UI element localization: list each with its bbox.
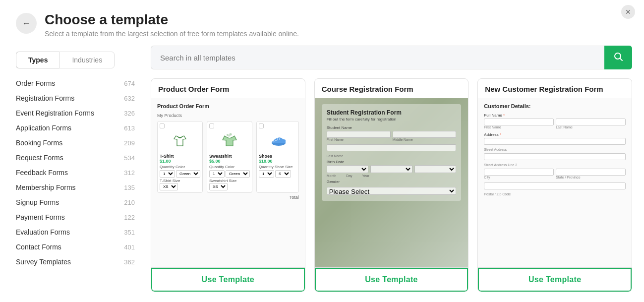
search-input[interactable]	[151, 46, 604, 69]
svg-point-2	[227, 134, 229, 136]
birth-day-select[interactable]	[370, 165, 412, 173]
tab-industries[interactable]: Industries	[59, 52, 115, 68]
template-card-customer-registration: New Customer Registration Form Customer …	[477, 78, 632, 292]
sidebar-item-booking-forms[interactable]: Booking Forms 209	[16, 136, 139, 150]
sidebar-item-payment-forms[interactable]: Payment Forms 122	[16, 210, 139, 224]
sidebar: Types Industries Order Forms 674 Registr…	[0, 46, 139, 302]
sweatshirt-size-select[interactable]: XS	[209, 183, 228, 190]
template-preview-product-order: Product Order Form My Products	[151, 98, 305, 268]
gender-select[interactable]: Please Select	[327, 187, 457, 195]
sidebar-item-request-forms[interactable]: Request Forms 534	[16, 151, 139, 165]
shoes-size-select[interactable]: S	[275, 170, 291, 178]
birth-year-select[interactable]	[414, 165, 457, 173]
page-subtitle: Select a template from the largest selec…	[45, 30, 299, 38]
close-icon: ✕	[625, 8, 631, 16]
back-button[interactable]: ←	[16, 13, 37, 34]
search-icon	[613, 52, 623, 64]
template-card-product-order: Product Order Form Product Order Form My…	[151, 78, 305, 292]
content-area: Types Industries Order Forms 674 Registr…	[0, 46, 644, 302]
search-button[interactable]	[604, 46, 632, 69]
tshirt-qty-select[interactable]: 1	[160, 170, 175, 178]
sidebar-item-feedback-forms[interactable]: Feedback Forms 312	[16, 166, 139, 180]
tab-types[interactable]: Types	[16, 52, 59, 68]
main-content: Product Order Form Product Order Form My…	[139, 46, 644, 302]
back-icon: ←	[22, 18, 31, 29]
sidebar-item-survey-templates[interactable]: Survey Templates 362	[16, 255, 139, 269]
template-title-customer-registration: New Customer Registration Form	[485, 85, 625, 98]
search-row	[151, 46, 632, 69]
templates-grid: Product Order Form Product Order Form My…	[151, 78, 632, 292]
template-title-product-order: Product Order Form	[158, 85, 298, 98]
tshirt-color-select[interactable]: Green	[176, 170, 200, 178]
use-template-button-customer-registration[interactable]: Use Template	[478, 268, 632, 292]
sidebar-item-registration-forms[interactable]: Registration Forms 632	[16, 91, 139, 105]
sweatshirt-color-select[interactable]: Green	[226, 170, 250, 178]
template-preview-course-registration: Student Registration Form Fill out the f…	[315, 98, 468, 268]
template-preview-customer-registration: Customer Details: Full Name * First Name…	[478, 98, 632, 268]
svg-point-3	[230, 133, 232, 135]
header-text: Choose a template Select a template from…	[45, 12, 299, 38]
shoes-qty-select[interactable]: 1	[259, 170, 274, 178]
use-template-button-product-order[interactable]: Use Template	[151, 268, 305, 292]
svg-line-1	[620, 58, 623, 60]
template-title-course-registration: Course Registration Form	[322, 85, 462, 98]
birth-month-select[interactable]	[327, 165, 369, 173]
sidebar-item-membership-forms[interactable]: Membership Forms 135	[16, 181, 139, 194]
use-template-button-course-registration[interactable]: Use Template	[315, 268, 468, 292]
modal-header: ← Choose a template Select a template fr…	[0, 0, 644, 46]
svg-point-4	[229, 135, 230, 136]
sidebar-item-order-forms[interactable]: Order Forms 674	[16, 76, 139, 90]
close-button[interactable]: ✕	[621, 5, 635, 19]
sidebar-item-event-registration-forms[interactable]: Event Registration Forms 326	[16, 106, 139, 120]
sidebar-item-signup-forms[interactable]: Signup Forms 210	[16, 195, 139, 209]
modal-container: ✕ ← Choose a template Select a template …	[0, 0, 644, 302]
sidebar-item-evaluation-forms[interactable]: Evaluation Forms 351	[16, 225, 139, 239]
template-card-course-registration: Course Registration Form Student Registr…	[314, 78, 469, 292]
sidebar-tabs: Types Industries	[16, 52, 139, 68]
sweatshirt-qty-select[interactable]: 1	[209, 170, 225, 178]
sidebar-item-application-forms[interactable]: Application Forms 613	[16, 121, 139, 135]
sidebar-item-contact-forms[interactable]: Contact Forms 401	[16, 240, 139, 254]
page-title: Choose a template	[45, 12, 299, 28]
tshirt-size-select[interactable]: XS	[160, 183, 178, 190]
